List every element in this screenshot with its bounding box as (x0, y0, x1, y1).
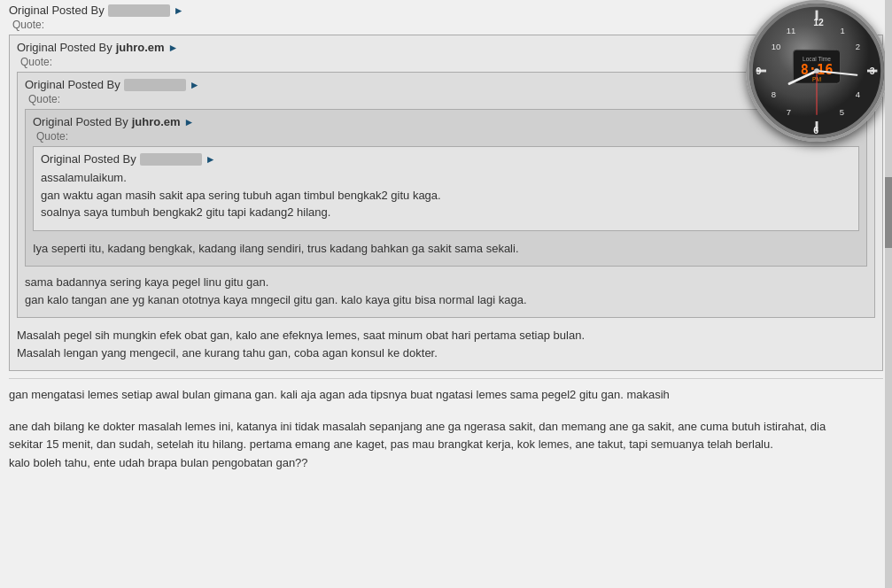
innermost-line3: soalnya saya tumbuh bengkak2 gitu tapi k… (41, 204, 851, 221)
quote-box-4: Original Posted By ► assalamulaikum. gan… (33, 146, 859, 231)
level2-reply-line1: sama badannya sering kaya pegel linu git… (25, 274, 867, 291)
arrow-icon-2[interactable]: ► (190, 79, 200, 91)
svg-text:12: 12 (813, 18, 824, 27)
quote-label-4: Original Posted By (41, 152, 136, 166)
svg-text:9: 9 (756, 66, 762, 76)
level1-reply-line1: Masalah pegel sih mungkin efek obat gan,… (17, 327, 875, 344)
level3-reply-text: Iya seperti itu, kadang bengkak, kadang … (33, 240, 859, 258)
quote-header-4: Original Posted By ► (41, 152, 851, 166)
blurred-username-0 (108, 4, 170, 17)
quote-sublabel-3: Quote: (36, 130, 859, 143)
svg-text:5: 5 (840, 107, 844, 117)
svg-text:6: 6 (813, 126, 818, 135)
svg-text:3: 3 (870, 66, 875, 76)
bottom-line2: sekitar 15 menit, dan sudah, setelah itu… (9, 436, 883, 454)
svg-point-24 (814, 68, 819, 74)
bottom-line3: kalo boleh tahu, ente udah brapa bulan p… (9, 454, 883, 473)
username-1: juhro.em (116, 41, 165, 54)
quote-header-3: Original Posted By juhro.em ► (33, 115, 859, 128)
quote-label-1: Original Posted By (17, 41, 112, 54)
scrollbar-thumb[interactable] (885, 177, 892, 248)
clock-svg: 12 3 6 9 1 2 4 5 7 8 10 11 Local Time 8:… (749, 0, 884, 142)
footer-text: gan mengatasi lemes setiap awal bulan gi… (9, 378, 883, 404)
blurred-username-4 (140, 153, 202, 166)
arrow-icon-0[interactable]: ► (174, 4, 184, 17)
innermost-line1: assalamulaikum. (41, 169, 851, 187)
arrow-icon-4[interactable]: ► (206, 153, 216, 166)
svg-text:11: 11 (787, 26, 796, 35)
quote-header-2: Original Posted By ► (25, 78, 867, 91)
innermost-text: assalamulaikum. gan waktu agan masih sak… (41, 169, 851, 221)
arrow-icon-3[interactable]: ► (184, 116, 195, 128)
footer-main: gan mengatasi lemes setiap awal bulan gi… (9, 386, 883, 404)
level1-reply: Masalah pegel sih mungkin efek obat gan,… (17, 327, 875, 361)
blurred-username-2 (124, 79, 186, 91)
clock-face: 12 3 6 9 1 2 4 5 7 8 10 11 Local Time 8:… (746, 0, 888, 142)
svg-text:2: 2 (856, 42, 860, 51)
quote-label-3: Original Posted By (33, 115, 128, 128)
innermost-line2: gan waktu agan masih sakit apa sering tu… (41, 187, 851, 205)
svg-text:7: 7 (787, 107, 791, 117)
svg-text:10: 10 (772, 42, 781, 51)
quote-sublabel-2: Quote: (28, 93, 867, 105)
bottom-section: ane dah bilang ke dokter masalah lemes i… (0, 411, 892, 480)
level2-reply: sama badannya sering kaya pegel linu git… (25, 274, 867, 308)
quote-label-0: Original Posted By (9, 4, 105, 17)
quote-label-2: Original Posted By (25, 78, 120, 91)
svg-text:1: 1 (841, 26, 845, 35)
clock-widget: 12 3 6 9 1 2 4 5 7 8 10 11 Local Time 8:… (746, 0, 892, 146)
svg-text:8: 8 (772, 89, 776, 99)
username-3: juhro.em (132, 115, 181, 128)
svg-text:Local Time: Local Time (803, 56, 831, 62)
level1-reply-line2: Masalah lengan yang mengecil, ane kurang… (17, 344, 875, 362)
quote-box-3: Original Posted By juhro.em ► Quote: Ori… (25, 109, 867, 267)
level2-reply-line2: gan kalo tangan ane yg kanan ototnya kay… (25, 291, 867, 309)
bottom-line1: ane dah bilang ke dokter masalah lemes i… (9, 418, 883, 437)
arrow-icon-1[interactable]: ► (168, 42, 179, 54)
svg-text:4: 4 (856, 89, 860, 99)
scrollbar[interactable] (885, 0, 892, 588)
level3-reply: Iya seperti itu, kadang bengkak, kadang … (33, 240, 859, 258)
